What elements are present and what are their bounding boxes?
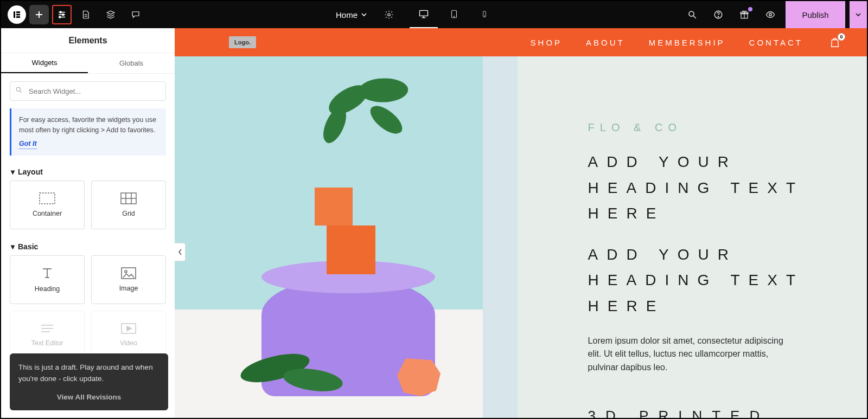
publish-button[interactable]: Publish <box>786 1 845 28</box>
search-icon <box>15 86 23 94</box>
svg-point-29 <box>769 14 772 16</box>
tab-widgets[interactable]: Widgets <box>1 53 88 73</box>
cart-button[interactable]: 0 <box>829 36 841 48</box>
favorites-tip: For easy access, favorite the widgets yo… <box>10 108 166 156</box>
cart-count-badge: 0 <box>838 33 845 41</box>
svg-rect-1 <box>16 11 20 13</box>
mobile-icon <box>481 8 488 20</box>
nav-membership[interactable]: MEMBERSHIP <box>649 38 725 47</box>
chevron-down-icon <box>361 11 367 18</box>
text-editor-icon <box>40 323 54 334</box>
widget-search-input[interactable] <box>10 81 166 101</box>
panel-tabs: Widgets Globals <box>1 53 175 74</box>
help-icon <box>713 10 723 20</box>
publish-options-button[interactable] <box>850 1 867 28</box>
svg-point-19 <box>454 16 454 17</box>
svg-point-21 <box>484 16 485 16</box>
editor-canvas: Logo. SHOP ABOUT MEMBERSHIP CONTACT 0 <box>175 28 867 418</box>
svg-rect-15 <box>420 10 428 16</box>
view-revisions-link[interactable]: View All Revisions <box>18 392 159 403</box>
panel-collapse-handle[interactable] <box>175 243 186 261</box>
svg-rect-3 <box>16 16 20 18</box>
widget-text-editor[interactable]: Text Editor <box>10 311 85 359</box>
svg-rect-2 <box>16 14 20 16</box>
eye-icon <box>765 10 776 20</box>
notification-dot <box>748 7 752 11</box>
hero-subheading[interactable]: 3D PRINTED VASES <box>588 404 834 418</box>
svg-line-23 <box>693 16 696 18</box>
site-nav: SHOP ABOUT MEMBERSHIP CONTACT <box>531 38 803 47</box>
svg-point-25 <box>718 16 718 17</box>
hero-heading-1[interactable]: ADD YOUR HEADING TEXT HERE <box>588 149 834 227</box>
search-icon <box>687 10 697 20</box>
hero-brand[interactable]: FLO & CO <box>588 121 834 134</box>
container-icon <box>39 192 55 204</box>
grid-icon <box>120 192 137 204</box>
responsive-device-tabs <box>410 1 499 28</box>
device-mobile-tab[interactable] <box>470 1 499 28</box>
device-desktop-tab[interactable] <box>410 1 438 28</box>
svg-point-22 <box>689 11 694 16</box>
svg-point-11 <box>59 16 61 18</box>
structure-button[interactable] <box>100 4 122 25</box>
page-settings-button[interactable] <box>75 4 97 25</box>
chevron-left-icon <box>178 249 182 255</box>
tab-globals[interactable]: Globals <box>88 53 175 73</box>
image-icon <box>121 267 136 279</box>
tip-dismiss-link[interactable]: Got It <box>19 139 37 150</box>
app-topbar: Home <box>1 1 867 28</box>
finder-search-button[interactable] <box>681 4 703 25</box>
toast-text: This is just a draft. Play around and wh… <box>18 363 153 382</box>
svg-rect-32 <box>40 193 55 204</box>
page-selector-dropdown[interactable]: Home <box>329 1 374 28</box>
svg-line-31 <box>20 91 22 93</box>
video-icon <box>121 323 136 334</box>
page-name: Home <box>336 10 358 20</box>
elementor-logo-icon[interactable] <box>8 5 26 24</box>
caret-down-icon: ▾ <box>11 167 15 176</box>
draft-toast: This is just a draft. Play around and wh… <box>10 353 168 410</box>
caret-down-icon: ▾ <box>11 242 15 251</box>
widget-video[interactable]: Video <box>91 311 166 359</box>
tip-text: For easy access, favorite the widgets yo… <box>19 116 156 134</box>
widget-container[interactable]: Container <box>10 181 85 229</box>
tablet-icon <box>449 8 459 20</box>
whats-new-button[interactable] <box>733 4 755 25</box>
svg-rect-0 <box>14 11 15 18</box>
site-header: Logo. SHOP ABOUT MEMBERSHIP CONTACT 0 <box>175 28 867 56</box>
hero-heading-2[interactable]: ADD YOUR HEADING TEXT HERE <box>588 242 834 319</box>
heading-icon <box>40 267 55 280</box>
section-layout-toggle[interactable]: ▾ Layout <box>1 162 175 181</box>
hero-lorem[interactable]: Lorem ipsum dolor sit amet, consectetur … <box>588 334 794 375</box>
nav-about[interactable]: ABOUT <box>586 38 625 47</box>
hero-content: FLO & CO ADD YOUR HEADING TEXT HERE ADD … <box>518 56 867 418</box>
svg-point-30 <box>16 87 20 91</box>
gift-icon <box>739 10 749 20</box>
hero-section: FLO & CO ADD YOUR HEADING TEXT HERE ADD … <box>175 56 867 418</box>
add-element-button[interactable] <box>29 5 49 24</box>
site-logo-placeholder[interactable]: Logo. <box>229 36 256 48</box>
panel-title: Elements <box>1 28 175 53</box>
preview-button[interactable] <box>760 4 781 25</box>
widget-grid[interactable]: Grid <box>91 181 166 229</box>
widget-image[interactable]: Image <box>91 255 166 304</box>
svg-point-9 <box>62 14 64 16</box>
site-settings-button[interactable] <box>52 5 72 24</box>
desktop-icon <box>418 9 430 20</box>
section-basic-toggle[interactable]: ▾ Basic <box>1 237 175 255</box>
help-button[interactable] <box>707 4 729 25</box>
device-tablet-tab[interactable] <box>440 1 468 28</box>
svg-point-14 <box>388 14 391 16</box>
svg-point-7 <box>60 11 61 13</box>
svg-point-41 <box>125 270 127 273</box>
widget-heading[interactable]: Heading <box>10 255 85 304</box>
nav-contact[interactable]: CONTACT <box>749 38 803 47</box>
chevron-down-icon <box>855 11 861 18</box>
notes-button[interactable] <box>125 4 146 25</box>
hero-image[interactable] <box>175 56 518 418</box>
nav-shop[interactable]: SHOP <box>531 38 563 47</box>
document-settings-button[interactable] <box>378 4 400 25</box>
